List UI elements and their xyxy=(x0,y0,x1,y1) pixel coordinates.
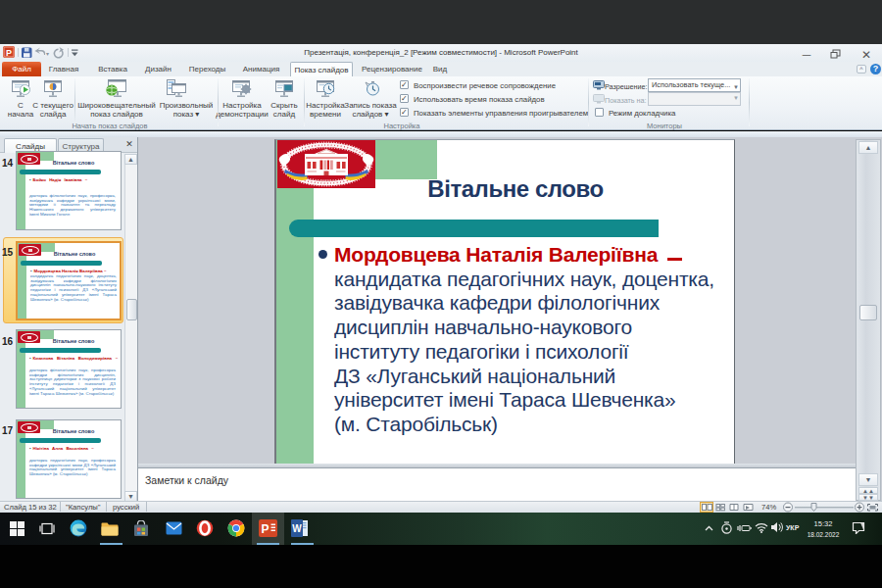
svg-text:W: W xyxy=(292,523,302,534)
svg-text:P: P xyxy=(261,522,269,536)
svg-text:P: P xyxy=(6,48,12,58)
svg-text:▾: ▾ xyxy=(46,51,49,57)
